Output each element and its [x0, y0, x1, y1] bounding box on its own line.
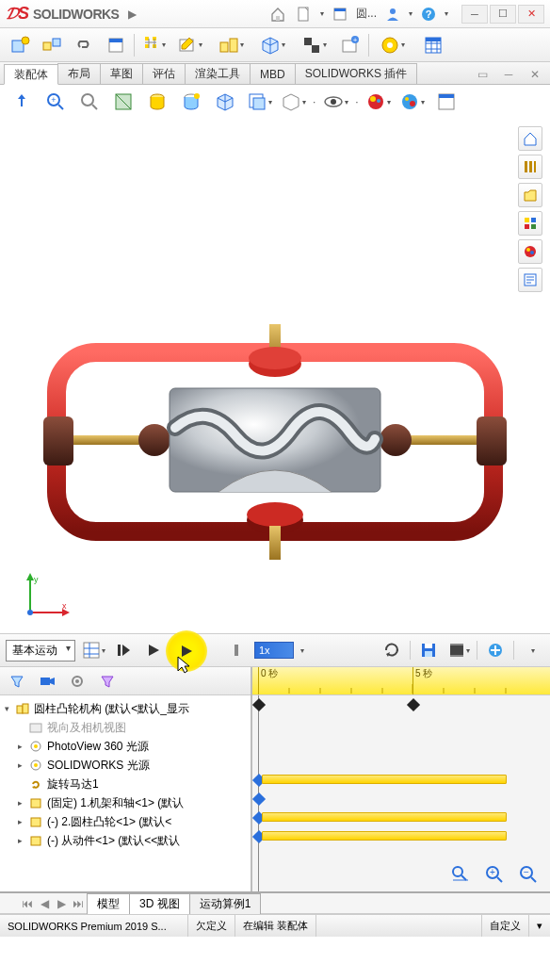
tool-cube-icon[interactable]: ▾ — [253, 32, 291, 58]
timeline-row-motor[interactable] — [252, 771, 550, 790]
timeline-row-root[interactable] — [252, 695, 550, 714]
taskpane-explorer-icon[interactable] — [518, 183, 542, 207]
expand-icon[interactable]: ▸ — [15, 836, 24, 845]
tool-component-icon[interactable]: ▾ — [138, 32, 167, 58]
taskpane-library-icon[interactable] — [518, 155, 542, 179]
view-style-cylinder-icon[interactable] — [143, 89, 171, 115]
motion-play-icon[interactable] — [141, 639, 166, 662]
help-icon[interactable]: ? — [418, 4, 439, 24]
view-render-icon[interactable] — [177, 89, 205, 115]
motion-save-icon[interactable] — [416, 639, 441, 662]
tab-sketch[interactable]: 草图 — [100, 63, 143, 84]
keyframe-icon[interactable] — [407, 698, 420, 711]
filter-funnel-purple-icon[interactable] — [96, 671, 119, 692]
motion-wizard-icon[interactable] — [483, 639, 508, 662]
expand-icon[interactable]: ▸ — [15, 742, 24, 751]
view-settings-icon[interactable] — [432, 89, 461, 115]
filter-funnel-icon[interactable] — [6, 671, 28, 692]
tool-attachment-icon[interactable] — [70, 32, 98, 58]
zoom-fit-timeline-icon[interactable] — [446, 861, 475, 886]
motion-speed-input[interactable]: 1x — [254, 642, 294, 659]
motion-animation-icon[interactable]: ▾ — [446, 639, 471, 662]
motion-start-icon[interactable] — [111, 639, 136, 662]
taskpane-view-palette-icon[interactable] — [518, 211, 542, 236]
view-cube-icon[interactable] — [211, 89, 239, 115]
tab-expand-icon[interactable]: ▭ — [471, 65, 493, 84]
tree-part1-row[interactable]: ▸ (固定) 1.机架和轴<1> (默认 — [2, 793, 249, 812]
bottom-tab-model[interactable]: 模型 — [87, 893, 130, 914]
expand-icon[interactable]: ▸ — [15, 798, 24, 808]
user-icon[interactable] — [382, 4, 403, 24]
timeline-ruler[interactable]: 0 秒 5 秒 — [252, 667, 550, 695]
tool-assembly-icon[interactable]: ▾ — [212, 32, 250, 58]
timeline-row-part3[interactable] — [252, 827, 550, 846]
zoom-out-timeline-icon[interactable]: − — [514, 861, 542, 886]
status-caret-icon[interactable]: ▾ — [529, 915, 550, 937]
dropdown-caret-icon[interactable]: ▾ — [445, 9, 448, 18]
tab-nav-first-icon[interactable]: ⏮ — [19, 897, 36, 910]
tab-render[interactable]: 渲染工具 — [185, 63, 251, 84]
view-appearance-sphere-icon[interactable]: ▾ — [364, 89, 393, 115]
minimize-button[interactable]: ─ — [461, 5, 488, 24]
tree-part2-row[interactable]: ▸ (-) 2.圆柱凸轮<1> (默认< — [2, 812, 249, 831]
tool-appearance-icon[interactable]: ▾ — [373, 32, 411, 58]
tool-insert-icon[interactable] — [6, 32, 34, 58]
timeline-bar[interactable] — [262, 812, 507, 822]
tab-layout[interactable]: 布局 — [57, 63, 101, 84]
taskpane-home-icon[interactable] — [518, 126, 542, 151]
zoom-in-timeline-icon[interactable]: + — [480, 861, 509, 886]
tab-plugins[interactable]: SOLIDWORKS 插件 — [295, 63, 418, 84]
tool-reference-icon[interactable]: ▾ — [295, 32, 332, 58]
expand-icon[interactable]: ▸ — [15, 817, 24, 826]
filter-gear-icon[interactable] — [66, 671, 89, 692]
dropdown-caret-icon[interactable]: ▾ — [320, 9, 324, 18]
tree-part3-row[interactable]: ▸ (-) 从动件<1> (默认<<默认 — [2, 831, 249, 850]
timeline-row-part1[interactable] — [252, 790, 550, 808]
taskpane-properties-icon[interactable] — [518, 268, 542, 292]
tab-mbd[interactable]: MBD — [250, 63, 296, 84]
tree-view-folder-row[interactable]: 视向及相机视图 — [2, 718, 249, 737]
close-button[interactable]: ✕ — [518, 5, 544, 24]
tree-root-row[interactable]: ▾ 圆柱凸轮机构 (默认<默认_显示 — [2, 699, 249, 718]
tab-close-icon[interactable]: ✕ — [524, 65, 546, 84]
tool-bom-grid-icon[interactable] — [414, 32, 452, 58]
timeline-row-part2[interactable] — [252, 808, 550, 827]
tree-body[interactable]: ▾ 圆柱凸轮机构 (默认<默认_显示 视向及相机视图 ▸ PhotoView 3… — [0, 695, 251, 891]
titlebar-file-icon[interactable] — [330, 4, 350, 24]
tab-nav-prev-icon[interactable]: ◀ — [36, 897, 53, 910]
new-doc-icon[interactable] — [294, 4, 315, 24]
zoom-area-icon[interactable]: + — [41, 89, 70, 115]
timeline-bar[interactable] — [262, 775, 507, 784]
dropdown-caret-icon[interactable]: ▾ — [409, 9, 412, 18]
motion-key-icon[interactable] — [224, 639, 249, 662]
motion-more-icon[interactable]: ▾ — [520, 639, 544, 662]
bottom-tab-motion[interactable]: 运动算例1 — [189, 893, 262, 914]
tab-assembly[interactable]: 装配体 — [4, 64, 58, 85]
timeline-bar[interactable] — [262, 831, 507, 841]
tree-photoview-row[interactable]: ▸ PhotoView 360 光源 — [2, 737, 249, 756]
keyframe-icon[interactable] — [252, 698, 266, 711]
keyframe-icon[interactable] — [252, 792, 266, 806]
tool-mate-icon[interactable] — [38, 32, 66, 58]
view-scene-sphere-icon[interactable]: ▾ — [398, 89, 427, 115]
collapse-icon[interactable]: ▾ — [2, 704, 11, 713]
model-viewport[interactable]: y x — [0, 119, 550, 633]
tree-motor-row[interactable]: 旋转马达1 — [2, 775, 249, 793]
view-orient-icon[interactable]: ▾ — [245, 89, 273, 115]
section-view-icon[interactable] — [109, 89, 138, 115]
tab-nav-last-icon[interactable]: ⏭ — [70, 897, 87, 910]
motion-loop-icon[interactable] — [380, 639, 404, 662]
view-visibility-icon[interactable]: ▾ — [321, 89, 349, 115]
zoom-dynamic-icon[interactable] — [75, 89, 104, 115]
taskpane-appearance-icon[interactable] — [518, 239, 542, 264]
dropdown-caret-icon[interactable]: ▾ — [300, 646, 304, 655]
home-icon[interactable] — [267, 4, 288, 24]
tab-options-icon[interactable]: ─ — [497, 65, 520, 84]
bottom-tab-3dview[interactable]: 3D 视图 — [129, 893, 190, 914]
tool-edit-component-icon[interactable]: ▾ — [170, 32, 208, 58]
timeline[interactable]: 0 秒 5 秒 — [252, 667, 550, 891]
view-display-icon[interactable]: ▾ — [279, 89, 307, 115]
tree-swlight-row[interactable]: ▸ SOLIDWORKS 光源 — [2, 756, 249, 775]
tab-evaluate[interactable]: 评估 — [142, 63, 186, 84]
status-custom[interactable]: 自定义 — [482, 915, 529, 937]
